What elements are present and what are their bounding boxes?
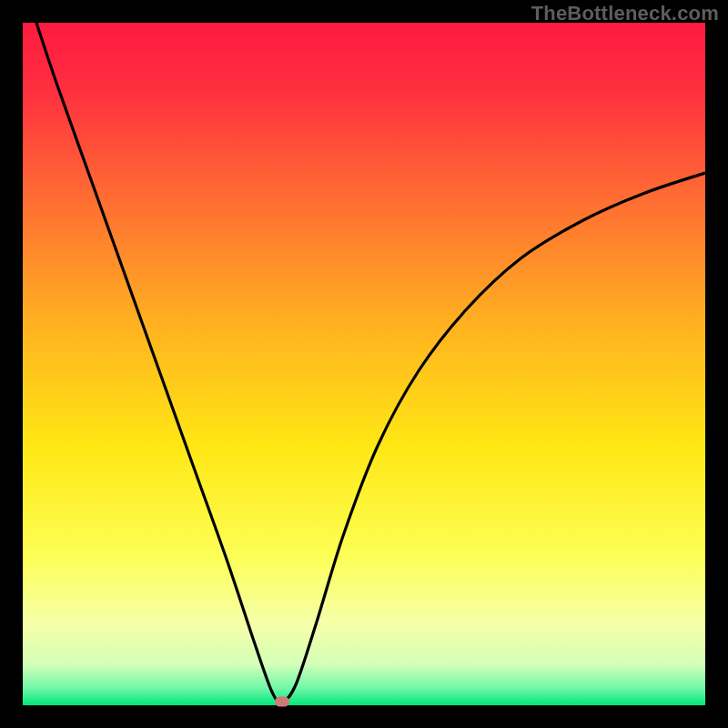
curve-path (36, 23, 705, 703)
watermark-text: TheBottleneck.com (531, 2, 719, 25)
bottleneck-curve (23, 23, 705, 705)
optimal-marker (275, 696, 289, 706)
plot-outer (23, 23, 705, 705)
chart-frame: TheBottleneck.com (0, 0, 728, 728)
